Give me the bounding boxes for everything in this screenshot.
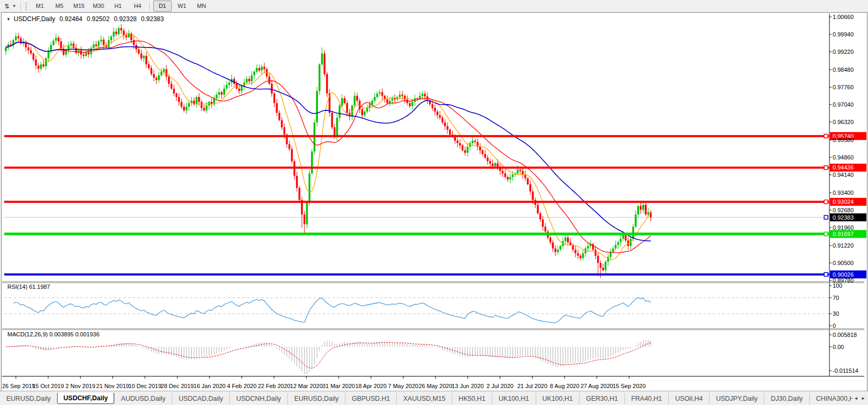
tab-usdjpy-daily[interactable]: USDJPY,Daily	[709, 393, 764, 404]
timeframe-button-m15[interactable]: M15	[70, 1, 88, 12]
timeframe-button-h4[interactable]: H4	[128, 1, 147, 12]
chart-tabs-bar: EURUSD,DailyUSDCHF,DailyAUDUSD,DailyUSDC…	[0, 391, 868, 405]
timeframe-button-m30[interactable]: M30	[89, 1, 108, 12]
tab-gbpusd-h1[interactable]: GBPUSD,H1	[345, 393, 396, 404]
timeframe-button-w1[interactable]: W1	[173, 1, 191, 12]
tab-china300-h1[interactable]: CHINA300,H1	[809, 393, 853, 404]
macd-panel-area[interactable]	[4, 329, 828, 375]
tab-eurusd-daily[interactable]: EURUSD,Daily	[0, 393, 57, 404]
tab-uk100-h1[interactable]: UK100,H1	[492, 393, 536, 404]
main-chart-area[interactable]	[4, 14, 828, 280]
price-axis[interactable]	[829, 14, 866, 376]
timeframe-button-mn[interactable]: MN	[192, 1, 211, 12]
timeframe-button-h1[interactable]: H1	[109, 1, 127, 12]
tab-fra40-h1[interactable]: FRA40,H1	[624, 393, 668, 404]
tab-eurusd-daily[interactable]: EURUSD,Daily	[287, 393, 345, 404]
mt4-window: ⇅ ▼ M1M5M15M30H1H4D1W1MN 0.957400.944360…	[0, 0, 868, 405]
tab-scroll-left-icon[interactable]: ◄	[854, 396, 858, 401]
timeframe-button-m5[interactable]: M5	[50, 1, 69, 12]
timeframe-button-m1[interactable]: M1	[31, 1, 49, 12]
timeframe-buttons: M1M5M15M30H1H4D1W1MN	[30, 1, 211, 12]
toolbar-dropdown-caret-icon[interactable]: ▼	[12, 4, 16, 8]
toolbar-drag-handle[interactable]	[25, 2, 27, 10]
toolbar-separator	[150, 2, 151, 11]
tab-hk50-h1[interactable]: HK50,H1	[452, 393, 492, 404]
tab-scroll-right-icon[interactable]: ►	[861, 396, 865, 401]
tab-audusd-daily[interactable]: AUDUSD,Daily	[114, 393, 172, 404]
tab-scroll-controls: ◄ ►	[854, 396, 868, 401]
tab-usdcnh-daily[interactable]: USDCNH,Daily	[229, 393, 287, 404]
tab-usdchf-daily[interactable]: USDCHF,Daily	[57, 393, 114, 404]
time-axis[interactable]	[4, 376, 828, 390]
tab-xauusd-m15[interactable]: XAUUSD,M15	[396, 393, 452, 404]
tab-usoil-h4[interactable]: USOil,H4	[668, 393, 709, 404]
tab-usdcad-daily[interactable]: USDCAD,Daily	[172, 393, 229, 404]
tab-dj30-daily[interactable]: DJ30,Daily	[764, 393, 809, 404]
rsi-panel-area[interactable]	[4, 282, 828, 327]
timeframe-button-d1[interactable]: D1	[153, 1, 172, 12]
toolbar-arrows-icon[interactable]: ⇅	[2, 2, 12, 11]
toolbar-separator	[21, 2, 22, 11]
chart-tabs: EURUSD,DailyUSDCHF,DailyAUDUSD,DailyUSDC…	[0, 393, 853, 404]
tab-uk100-h1[interactable]: UK100,H1	[536, 393, 580, 404]
timeframe-toolbar: ⇅ ▼ M1M5M15M30H1H4D1W1MN	[0, 0, 868, 13]
tab-ger30-h1[interactable]: GER30,H1	[579, 393, 624, 404]
